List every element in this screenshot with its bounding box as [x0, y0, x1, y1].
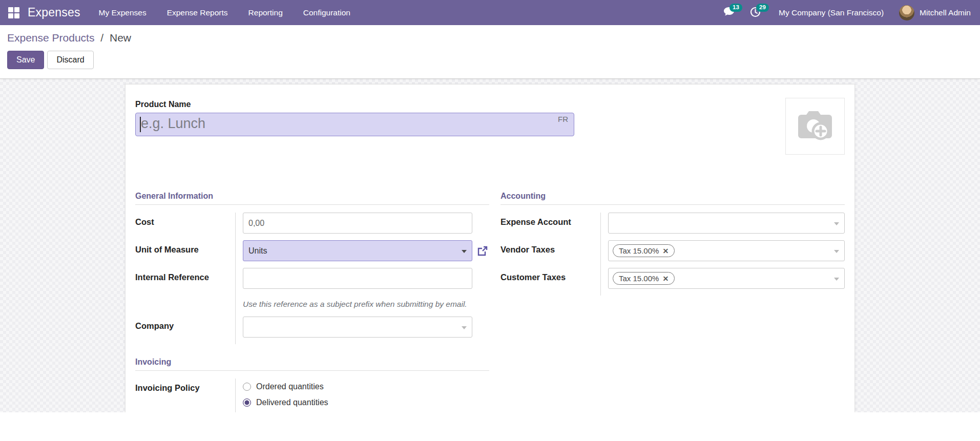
internal-reference-label: Internal Reference [135, 268, 235, 296]
radio-icon [243, 383, 251, 391]
translation-lang-badge[interactable]: FR [558, 115, 568, 123]
messages-count-badge: 13 [729, 4, 742, 12]
messages-button[interactable]: 13 [723, 7, 737, 19]
app-title[interactable]: Expenses [28, 6, 80, 19]
unit-of-measure-label: Unit of Measure [135, 240, 235, 268]
cost-input[interactable] [243, 213, 472, 234]
expense-account-label: Expense Account [501, 213, 600, 240]
radio-delivered-quantities[interactable]: Delivered quantities [243, 394, 489, 410]
company-switcher[interactable]: My Company (San Francisco) [779, 8, 884, 17]
control-panel: Expense Products / New Save Discard [0, 25, 980, 79]
user-name: Mitchell Admin [920, 8, 971, 17]
radio-icon [243, 398, 251, 407]
main-menu: My Expenses Expense Reports Reporting Co… [98, 1, 351, 25]
radio-ordered-quantities[interactable]: Ordered quantities [243, 379, 489, 394]
remove-tag-icon[interactable]: ✕ [662, 275, 669, 283]
menu-my-expenses[interactable]: My Expenses [98, 1, 148, 25]
chevron-down-icon [462, 326, 467, 329]
text-cursor [140, 117, 141, 132]
user-menu[interactable]: Mitchell Admin [899, 5, 971, 20]
group-accounting: Accounting Expense Account Vendor Taxes [501, 192, 845, 296]
accounting-title: Accounting [501, 192, 845, 205]
product-form-sheet: Product Name FR [125, 84, 855, 412]
discard-button[interactable]: Discard [47, 51, 93, 69]
product-name-input[interactable] [135, 113, 574, 136]
remove-tag-icon[interactable]: ✕ [662, 247, 669, 255]
chevron-down-icon [462, 250, 467, 253]
group-general-information: General Information Cost Unit of Measure… [135, 192, 489, 344]
general-information-title: General Information [135, 192, 489, 205]
internal-reference-help-text: Use this reference as a subject prefix w… [243, 296, 478, 310]
tax-tag: Tax 15.00% ✕ [613, 272, 675, 285]
top-navbar: Expenses My Expenses Expense Reports Rep… [0, 0, 980, 25]
breadcrumb: Expense Products / New [7, 32, 973, 44]
cost-label: Cost [135, 213, 235, 240]
chevron-down-icon [834, 250, 839, 253]
company-label: Company [135, 317, 235, 344]
breadcrumb-expense-products[interactable]: Expense Products [7, 32, 94, 44]
expense-account-select[interactable] [608, 213, 845, 234]
company-select[interactable] [243, 317, 472, 338]
camera-plus-icon [795, 110, 835, 143]
menu-reporting[interactable]: Reporting [247, 1, 284, 25]
invoicing-policy-label: Invoicing Policy [135, 379, 235, 412]
vendor-taxes-label: Vendor Taxes [501, 240, 600, 268]
external-link-icon[interactable] [476, 245, 489, 257]
save-button[interactable]: Save [7, 51, 44, 69]
menu-configuration[interactable]: Configuration [302, 1, 351, 25]
activities-button[interactable]: 29 [750, 7, 763, 19]
apps-menu-icon[interactable] [8, 7, 19, 18]
tax-tag: Tax 15.00% ✕ [613, 244, 675, 257]
product-image-upload[interactable] [785, 98, 845, 155]
form-background: Product Name FR [0, 79, 980, 412]
activities-count-badge: 29 [756, 4, 769, 12]
avatar [899, 5, 914, 20]
menu-expense-reports[interactable]: Expense Reports [166, 1, 229, 25]
vendor-taxes-field[interactable]: Tax 15.00% ✕ [608, 240, 845, 261]
chevron-down-icon [834, 222, 839, 225]
breadcrumb-separator: / [100, 32, 103, 44]
customer-taxes-label: Customer Taxes [501, 268, 600, 296]
customer-taxes-field[interactable]: Tax 15.00% ✕ [608, 268, 845, 289]
chevron-down-icon [834, 278, 839, 281]
product-name-label: Product Name [135, 100, 574, 109]
internal-reference-input[interactable] [243, 268, 472, 289]
group-invoicing: Invoicing Invoicing Policy Ordered quant… [135, 358, 489, 412]
breadcrumb-current: New [110, 32, 131, 44]
unit-of-measure-select[interactable]: Units [243, 240, 472, 261]
invoicing-title: Invoicing [135, 358, 489, 371]
unit-of-measure-value: Units [248, 246, 267, 256]
